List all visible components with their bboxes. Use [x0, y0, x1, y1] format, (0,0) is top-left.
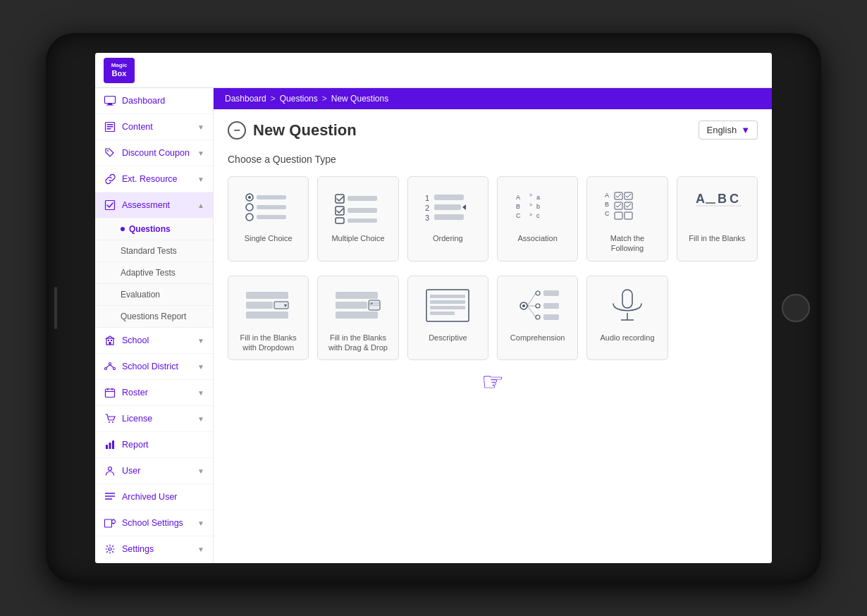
- submenu-item-questions-report[interactable]: Questions Report: [95, 306, 213, 328]
- content-area: − New Question English ▼ Choose a Questi…: [214, 109, 772, 563]
- svg-point-27: [109, 467, 112, 471]
- svg-point-15: [113, 368, 116, 370]
- svg-rect-6: [107, 128, 111, 130]
- ordering-label: Ordering: [433, 233, 463, 243]
- sidebar-label-user: User: [122, 466, 192, 476]
- question-card-comprehension[interactable]: Comprehension: [497, 276, 578, 361]
- question-card-match-following[interactable]: A B C: [586, 176, 668, 261]
- settings-arrow-icon: ▼: [197, 546, 204, 553]
- svg-rect-88: [336, 312, 378, 319]
- sidebar-item-roster[interactable]: Roster ▼: [95, 380, 213, 406]
- svg-point-14: [105, 368, 107, 370]
- svg-rect-46: [348, 196, 377, 201]
- svg-rect-93: [430, 312, 455, 315]
- tablet-screen: Magic Box Dashboard: [95, 53, 772, 563]
- logo-line1: Magic: [111, 62, 128, 69]
- main-layout: Dashboard Content ▼: [95, 88, 772, 563]
- svg-rect-89: [426, 290, 469, 321]
- svg-point-37: [246, 204, 253, 211]
- sidebar-label-assessment: Assessment: [122, 200, 192, 210]
- fill-blanks-label: Fill in the Blanks: [689, 233, 745, 243]
- svg-point-96: [536, 291, 540, 295]
- sidebar-label-content: Content: [122, 122, 192, 132]
- submenu-item-questions[interactable]: Questions: [95, 218, 213, 240]
- fill-blanks-dropdown-icon: [243, 285, 294, 327]
- school-arrow-icon: ▼: [197, 337, 204, 345]
- sidebar-item-school-district[interactable]: School District ▼: [95, 354, 213, 380]
- svg-point-39: [246, 214, 253, 221]
- svg-text:A: A: [516, 194, 520, 201]
- page-title: New Question: [253, 121, 357, 140]
- breadcrumb: Dashboard > Questions > New Questions: [214, 88, 772, 109]
- svg-rect-5: [107, 126, 113, 128]
- question-card-descriptive[interactable]: Descriptive: [407, 276, 488, 361]
- svg-rect-26: [112, 441, 114, 449]
- sidebar-item-dashboard[interactable]: Dashboard: [95, 88, 213, 114]
- sidebar-item-ext-resource[interactable]: Ext. Resource ▼: [95, 166, 213, 192]
- sidebar-item-content[interactable]: Content ▼: [95, 114, 213, 140]
- svg-rect-45: [336, 218, 344, 223]
- sidebar-item-license[interactable]: License ▼: [95, 406, 213, 432]
- breadcrumb-item-questions[interactable]: Questions: [280, 94, 318, 104]
- question-card-multiple-choice[interactable]: Multiple Choice: [317, 176, 398, 261]
- svg-text:1: 1: [425, 194, 429, 202]
- svg-text:c: c: [536, 212, 540, 219]
- question-card-single-choice[interactable]: Single Choice: [228, 176, 309, 261]
- question-grid-row2: Fill in the Blanks with Dropdown: [228, 276, 758, 361]
- question-card-association[interactable]: A B C > > > a b c: [497, 176, 578, 261]
- svg-rect-100: [543, 303, 559, 309]
- sidebar-label-archived-user: Archived User: [122, 492, 204, 502]
- sidebar-item-school[interactable]: School ▼: [95, 328, 213, 354]
- sidebar-item-settings[interactable]: Settings ▼: [95, 536, 213, 562]
- svg-rect-24: [106, 445, 108, 449]
- submenu-item-adaptive-tests[interactable]: Adaptive Tests: [95, 262, 213, 284]
- ext-resource-arrow-icon: ▼: [197, 175, 204, 183]
- svg-rect-40: [257, 195, 286, 199]
- question-card-ordering[interactable]: 1 2 3 Ordering: [407, 176, 488, 261]
- svg-line-16: [106, 365, 110, 368]
- svg-point-23: [112, 421, 113, 423]
- submenu-item-standard-tests[interactable]: Standard Tests: [95, 240, 213, 262]
- match-following-label: Match the Following: [593, 233, 661, 254]
- svg-line-17: [110, 365, 113, 368]
- sidebar-item-user[interactable]: User ▼: [95, 458, 213, 484]
- page-title-area: − New Question: [228, 121, 357, 140]
- discount-arrow-icon: ▼: [197, 149, 204, 157]
- content-arrow-icon: ▼: [197, 123, 204, 131]
- section-label: Choose a Question Type: [228, 154, 758, 165]
- question-card-audio-recording[interactable]: Audio recording: [586, 276, 668, 361]
- tag-icon: [104, 147, 116, 159]
- question-card-fill-blanks-dropdown[interactable]: Fill in the Blanks with Dropdown: [228, 276, 309, 361]
- svg-rect-78: [246, 292, 288, 299]
- sidebar-label-school-settings: School Settings: [122, 518, 192, 528]
- svg-text:>: >: [529, 212, 532, 217]
- audio-recording-icon: [602, 285, 653, 327]
- descriptive-icon: [422, 285, 473, 327]
- svg-point-13: [109, 363, 111, 365]
- svg-rect-12: [109, 342, 111, 345]
- svg-point-22: [109, 421, 110, 423]
- building-icon: [104, 334, 116, 347]
- submenu-label-questions: Questions: [129, 224, 171, 234]
- svg-rect-41: [257, 205, 286, 209]
- comprehension-label: Comprehension: [510, 333, 565, 343]
- sidebar: Dashboard Content ▼: [95, 88, 214, 563]
- sidebar-item-archived-user[interactable]: Archived User: [95, 484, 213, 510]
- assessment-arrow-icon: ▲: [197, 202, 204, 209]
- sidebar-submenu-assessment: Questions Standard Tests Adaptive Tests …: [95, 218, 213, 328]
- comprehension-icon: [512, 285, 563, 327]
- page-header: − New Question English ▼: [228, 121, 758, 140]
- sidebar-item-report[interactable]: Report: [95, 432, 213, 458]
- question-card-fill-blanks[interactable]: A B C Fill in the Blanks: [677, 176, 758, 261]
- sidebar-item-school-settings[interactable]: School Settings ▼: [95, 510, 213, 536]
- language-select[interactable]: English ▼: [699, 121, 758, 140]
- svg-rect-42: [257, 215, 286, 219]
- svg-text:a: a: [536, 194, 540, 201]
- svg-rect-105: [622, 290, 632, 308]
- breadcrumb-item-dashboard[interactable]: Dashboard: [225, 94, 266, 104]
- question-card-fill-blanks-drag[interactable]: Fill in the Blanks with Drag & Drop: [317, 276, 398, 361]
- submenu-label-evaluation: Evaluation: [121, 290, 160, 300]
- sidebar-item-discount[interactable]: Discount Coupon ▼: [95, 140, 213, 166]
- submenu-item-evaluation[interactable]: Evaluation: [95, 284, 213, 306]
- sidebar-item-assessment[interactable]: Assessment ▲: [95, 192, 213, 218]
